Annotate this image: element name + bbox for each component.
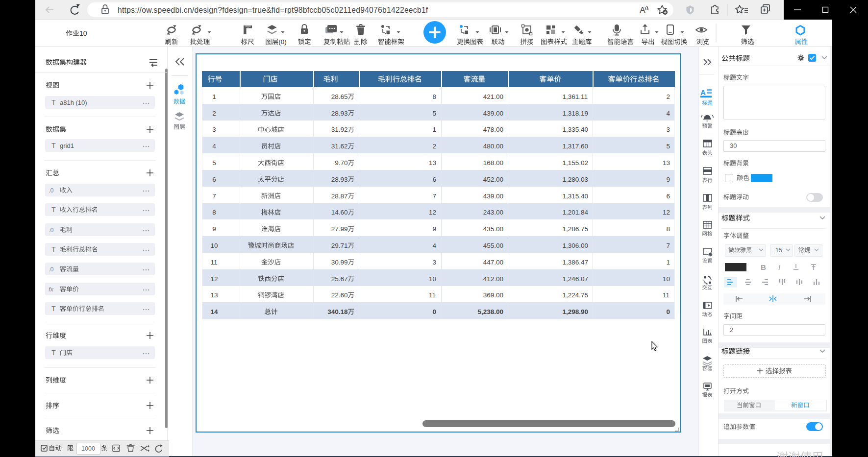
svg-text:10: 10: [663, 275, 670, 283]
svg-text:A: A: [700, 88, 706, 96]
svg-text:30.99: 30.99: [331, 259, 348, 266]
svg-text:452.00: 452.00: [483, 176, 503, 183]
svg-text:5,238.00: 5,238.00: [478, 308, 504, 315]
svg-text:28.93: 28.93: [331, 176, 348, 183]
svg-text:27.99: 27.99: [331, 225, 348, 233]
svg-text:9: 9: [433, 225, 437, 233]
svg-text:1,306.00: 1,306.00: [563, 242, 589, 249]
svg-text:1,246.07: 1,246.07: [563, 275, 589, 283]
svg-text:12: 12: [211, 275, 218, 283]
svg-text:439.00: 439.00: [483, 192, 503, 200]
svg-text:T: T: [51, 245, 56, 253]
svg-text:2: 2: [667, 93, 670, 100]
svg-text:3: 3: [212, 126, 216, 133]
svg-text:22.60: 22.60: [331, 291, 348, 299]
svg-text:1,201.84: 1,201.84: [563, 209, 589, 216]
svg-text:1,335.40: 1,335.40: [563, 126, 589, 133]
svg-text:https://ow.speedbi.cn/design?f: https://ow.speedbi.cn/design?fdesign=tru…: [118, 6, 428, 14]
svg-text:2: 2: [212, 110, 216, 117]
svg-text:478.00: 478.00: [483, 126, 503, 133]
svg-text:1,224.75: 1,224.75: [563, 291, 589, 299]
svg-text:7: 7: [433, 192, 437, 200]
svg-text:a81h (10): a81h (10): [60, 99, 87, 106]
svg-text:4: 4: [667, 110, 670, 117]
svg-text:14.60: 14.60: [331, 209, 348, 216]
svg-text:12: 12: [429, 209, 436, 216]
svg-text:1,361.11: 1,361.11: [563, 93, 588, 100]
svg-text:455.00: 455.00: [483, 242, 503, 249]
svg-text:28.93: 28.93: [331, 110, 348, 117]
svg-text:5: 5: [667, 143, 670, 150]
svg-text:6: 6: [667, 192, 670, 200]
svg-text:340.18: 340.18: [327, 308, 348, 315]
svg-text:447.00: 447.00: [483, 259, 503, 266]
svg-text:369.00: 369.00: [483, 291, 503, 299]
svg-text:T: T: [51, 142, 56, 149]
svg-text:8: 8: [667, 225, 670, 233]
svg-text:1: 1: [212, 93, 216, 100]
svg-text:11: 11: [429, 291, 436, 299]
svg-text:grid1: grid1: [60, 142, 74, 149]
svg-text:10: 10: [79, 29, 87, 37]
svg-text:8: 8: [212, 209, 216, 216]
svg-text:30: 30: [730, 142, 737, 149]
svg-text:9: 9: [667, 176, 670, 183]
svg-text:243.00: 243.00: [483, 209, 503, 216]
svg-text:I: I: [778, 263, 780, 271]
svg-text:A: A: [640, 5, 645, 15]
svg-text:13: 13: [663, 159, 670, 167]
svg-text:1: 1: [667, 259, 670, 266]
svg-text:28.65: 28.65: [331, 93, 348, 100]
svg-text:12: 12: [663, 209, 670, 216]
svg-text:T: T: [51, 305, 56, 313]
svg-text:3: 3: [433, 259, 437, 266]
svg-text:7: 7: [667, 242, 670, 249]
svg-text:6: 6: [212, 176, 216, 183]
svg-text:(0): (0): [278, 38, 287, 46]
svg-text:435.00: 435.00: [483, 225, 503, 233]
svg-text:1,280.03: 1,280.03: [563, 176, 589, 183]
svg-text:13: 13: [429, 159, 436, 167]
svg-text:31.92: 31.92: [331, 126, 348, 133]
svg-text:T: T: [51, 349, 56, 357]
svg-text:13: 13: [211, 291, 218, 299]
svg-text:1,317.60: 1,317.60: [563, 143, 589, 150]
svg-text:11: 11: [211, 259, 218, 266]
svg-text:480.00: 480.00: [483, 143, 503, 150]
svg-text:9.70: 9.70: [335, 159, 347, 167]
svg-text:1,298.90: 1,298.90: [563, 308, 589, 315]
svg-text:28.87: 28.87: [331, 192, 348, 200]
svg-text:6: 6: [433, 176, 437, 183]
svg-text:0: 0: [667, 308, 670, 315]
svg-text:439.00: 439.00: [483, 110, 503, 117]
svg-text:29.71: 29.71: [331, 242, 348, 249]
svg-text:.0: .0: [49, 266, 53, 273]
svg-text:2: 2: [730, 326, 733, 334]
svg-text:421.00: 421.00: [483, 93, 503, 100]
svg-text:10: 10: [429, 275, 436, 283]
svg-text:1,315.40: 1,315.40: [563, 192, 589, 200]
svg-text:1000: 1000: [81, 445, 95, 452]
svg-text:168.00: 168.00: [483, 159, 503, 167]
svg-text:T: T: [51, 206, 56, 214]
svg-text:14: 14: [211, 308, 219, 315]
svg-text:11: 11: [663, 291, 670, 299]
svg-text:0: 0: [433, 308, 437, 315]
svg-text:B: B: [761, 263, 766, 271]
svg-text:1: 1: [433, 126, 437, 133]
svg-text:1,318.19: 1,318.19: [563, 110, 589, 117]
svg-text:25.67: 25.67: [331, 275, 348, 283]
svg-text:9: 9: [212, 225, 216, 233]
svg-text:4: 4: [212, 143, 216, 150]
svg-text:3: 3: [667, 126, 670, 133]
svg-text:2: 2: [433, 143, 437, 150]
svg-text:T: T: [51, 98, 56, 106]
svg-text:7: 7: [212, 192, 216, 200]
svg-text:1,386.47: 1,386.47: [563, 259, 589, 266]
svg-text:31.62: 31.62: [331, 143, 348, 150]
svg-text:4: 4: [433, 242, 437, 249]
svg-text:.0: .0: [49, 227, 53, 234]
svg-text:fx: fx: [49, 286, 54, 293]
svg-text:8: 8: [433, 93, 437, 100]
svg-text:10: 10: [211, 242, 218, 249]
